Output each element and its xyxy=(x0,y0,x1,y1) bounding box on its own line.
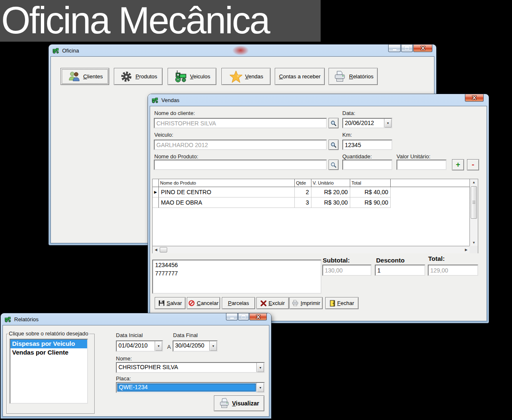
veiculos-button-label: Veiculos xyxy=(190,73,210,80)
dropdown-button[interactable]: ▼ xyxy=(384,119,392,128)
remove-item-button[interactable]: - xyxy=(467,159,479,170)
relatorios-button-label: Relatórios xyxy=(349,73,374,80)
maximize-icon xyxy=(405,46,409,50)
grid-header-v-unitario[interactable]: V. Unitário xyxy=(311,179,350,187)
minimize-button[interactable] xyxy=(388,44,401,52)
cell-total[interactable]: R$ 90,00 xyxy=(350,198,391,208)
cliente-search-button[interactable] xyxy=(329,118,339,128)
oficina-window-title: Oficina xyxy=(62,48,79,54)
grid-header-produto[interactable]: Nome do Produto xyxy=(159,179,295,187)
horizontal-scrollbar[interactable]: ◀ ▶ xyxy=(153,246,469,253)
add-item-button[interactable]: + xyxy=(452,159,464,170)
close-button[interactable] xyxy=(465,94,484,102)
produto-search-button[interactable] xyxy=(329,160,339,170)
scroll-up-icon[interactable]: ▲ xyxy=(470,180,478,184)
cell-v-unitario[interactable]: R$ 30,00 xyxy=(311,198,350,208)
parcelas-button-label: Parcelas xyxy=(228,300,249,306)
data-final-combo[interactable]: 30/04/2050 ▼ xyxy=(173,340,218,352)
cell-total[interactable]: R$ 40,00 xyxy=(350,187,391,198)
maximize-button[interactable] xyxy=(401,44,413,52)
scroll-right-icon[interactable]: ▶ xyxy=(464,248,469,252)
veiculo-field[interactable]: GARLHARDO 2012 xyxy=(154,140,327,150)
grid-header-qtde[interactable]: Qtde xyxy=(295,179,311,187)
minimize-button[interactable] xyxy=(226,313,238,320)
cell-qtde[interactable]: 3 xyxy=(295,198,311,208)
km-field[interactable]: 12345 xyxy=(342,140,392,150)
relatorios-titlebar[interactable]: Relatórios xyxy=(1,313,271,325)
total-field[interactable]: 129,00 xyxy=(428,265,478,276)
dropdown-button[interactable]: ▼ xyxy=(256,383,264,392)
placa-combo[interactable]: QWE-1234 ▼ xyxy=(116,382,265,393)
data-value: 20/06/2012 xyxy=(343,119,384,128)
printer-icon xyxy=(333,70,347,83)
contas-a-receber-button[interactable]: Contas a receber xyxy=(275,68,325,85)
nome-label: Nome: xyxy=(116,355,132,362)
cancelar-button[interactable]: Cancelar xyxy=(187,297,220,309)
data-inicial-combo[interactable]: 01/04/2010 ▼ xyxy=(116,340,163,352)
banner-title: Oficina Mecânica xyxy=(0,0,321,41)
vendas-button[interactable]: Vendas xyxy=(221,68,271,85)
veiculos-button[interactable]: Veiculos xyxy=(168,68,216,85)
placa-value: QWE-1234 xyxy=(117,383,256,392)
vendas-caption-buttons xyxy=(465,94,484,102)
row-indicator-cell: ▶ xyxy=(153,187,159,198)
scroll-down-icon[interactable]: ▼ xyxy=(470,241,478,245)
nome-combo[interactable]: CHRISTOPHER SILVA ▼ xyxy=(116,362,265,373)
dropdown-button[interactable]: ▼ xyxy=(155,341,162,351)
report-item-vendas-por-cliente[interactable]: Vendas por Cliente xyxy=(10,348,87,357)
dropdown-button[interactable]: ▼ xyxy=(209,341,217,351)
observacoes-memo[interactable]: 1234456 7777777 xyxy=(152,260,321,294)
grid-header-total[interactable]: Total xyxy=(350,179,391,187)
cliente-field[interactable]: CHRISTOPHER SILVA xyxy=(154,118,327,128)
report-list[interactable]: Dispesas por Veiculo Vendas por Cliente xyxy=(10,339,88,404)
grid-header-indicator xyxy=(153,179,159,187)
salvar-button[interactable]: Salvar xyxy=(155,297,186,309)
table-row[interactable]: MAO DE OBRA 3 R$ 30,00 R$ 90,00 xyxy=(153,198,469,208)
cell-produto[interactable]: MAO DE OBRA xyxy=(159,198,295,208)
relatorios-button[interactable]: Relatórios xyxy=(329,68,378,85)
veiculo-search-button[interactable] xyxy=(329,140,339,150)
vertical-scrollbar[interactable]: ▲ ▼ xyxy=(469,179,478,246)
items-grid: Nome do Produto Qtde V. Unitário Total ▶… xyxy=(152,179,478,253)
dropdown-button[interactable]: ▼ xyxy=(256,363,264,372)
tractor-icon xyxy=(152,97,159,103)
row-indicator-icon: ▶ xyxy=(154,190,157,194)
data-final-value: 30/04/2050 xyxy=(173,341,209,351)
data-combo[interactable]: 20/06/2012 ▼ xyxy=(342,118,392,128)
cell-produto[interactable]: PINO DE CENTRO xyxy=(159,187,295,198)
plus-icon: + xyxy=(456,160,460,169)
parcelas-button[interactable]: Parcelas xyxy=(222,297,255,309)
floppy-icon xyxy=(158,300,165,306)
titlebar-reflection xyxy=(232,45,249,55)
grid-header-filler xyxy=(391,179,469,187)
quantidade-label: Quantidade: xyxy=(342,153,372,160)
vendas-titlebar[interactable]: Vendas xyxy=(148,94,489,106)
close-icon xyxy=(420,46,426,50)
clientes-button[interactable]: Clientes xyxy=(60,68,109,85)
scrollbar-thumb[interactable] xyxy=(160,247,167,252)
star-icon xyxy=(229,70,243,83)
cell-qtde[interactable]: 2 xyxy=(295,187,311,198)
produto-field[interactable] xyxy=(154,160,327,170)
minus-icon: - xyxy=(472,160,474,169)
table-row[interactable]: ▶ PINO DE CENTRO 2 R$ 20,00 R$ 40,00 xyxy=(153,187,469,198)
visualizar-button[interactable]: Visualizar xyxy=(214,395,264,411)
maximize-button[interactable] xyxy=(238,313,249,320)
vendas-client-area: Nome do cliente: CHRISTOPHER SILVA Data:… xyxy=(150,106,487,321)
excluir-button[interactable]: Excluir xyxy=(256,297,289,309)
close-button[interactable] xyxy=(413,44,432,52)
produtos-button[interactable]: Produtos xyxy=(114,68,163,85)
valor-unitario-field[interactable] xyxy=(397,160,447,170)
subtotal-field[interactable]: 130,00 xyxy=(322,265,371,276)
scrollbar-thumb[interactable] xyxy=(471,186,477,219)
fechar-button[interactable]: Fechar xyxy=(325,297,359,309)
quantidade-field[interactable] xyxy=(342,160,392,170)
imprimir-button[interactable]: Imprimir xyxy=(289,297,323,309)
report-item-dispesas-por-veiculo[interactable]: Dispesas por Veiculo xyxy=(10,340,87,348)
oficina-titlebar[interactable]: Oficina xyxy=(49,45,436,56)
close-icon xyxy=(256,315,261,319)
close-button[interactable] xyxy=(249,313,267,320)
cell-v-unitario[interactable]: R$ 20,00 xyxy=(311,187,350,198)
desconto-field[interactable]: 1 xyxy=(375,265,425,276)
scroll-left-icon[interactable]: ◀ xyxy=(153,248,158,252)
